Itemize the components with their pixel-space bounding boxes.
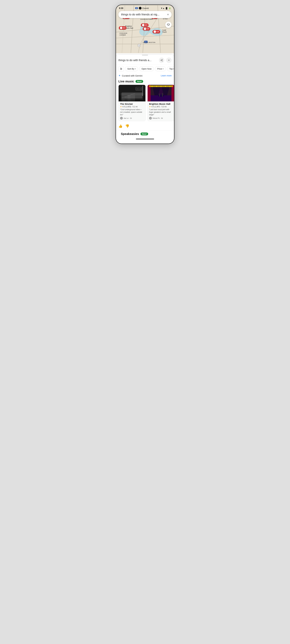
svg-line-16: [161, 60, 162, 60]
map-label-coolidge: COOLIDGECORNER: [119, 32, 127, 36]
svg-point-14: [162, 61, 163, 61]
brighton-illustration: [148, 85, 174, 102]
live-music-badge: New!: [135, 80, 143, 83]
nikola-avatar: N: [149, 117, 152, 120]
highway-badge: 93: [135, 7, 138, 9]
open-now-label: Open Now: [142, 68, 151, 70]
status-location: Everett: [142, 7, 149, 9]
brighton-image: [148, 85, 174, 102]
svg-point-37: [160, 86, 162, 87]
open-now-chip[interactable]: Open Now: [139, 66, 154, 71]
sinclair-rating-value: 4.5: [122, 106, 125, 108]
top-rated-label: Top rated: [169, 68, 174, 70]
sinclair-star: ★: [120, 106, 122, 108]
sliders-icon: [120, 68, 123, 70]
svg-text:SINCLAIR: SINCLAIR: [136, 88, 141, 90]
brighton-body: Brighton Music Hall ★ 4.5 (1,397) · 5.3 …: [148, 102, 174, 121]
svg-marker-11: [167, 24, 170, 25]
place-card-sinclair[interactable]: SINCLAIR The Sinclair ★ 4.5 (1,603) · 5.…: [118, 85, 146, 121]
food-pin-icon: 🍴: [142, 24, 144, 26]
share-button[interactable]: [159, 58, 164, 63]
map-search-close[interactable]: ×: [167, 13, 169, 16]
svg-point-13: [161, 60, 161, 60]
map-search-bar[interactable]: things to do with friends at nig... ×: [118, 11, 172, 18]
price-label: Price: [157, 68, 162, 70]
gemini-banner: ✦ Curated with Gemini Learn more: [116, 73, 174, 79]
svg-rect-23: [119, 85, 145, 102]
sort-by-chip[interactable]: Sort By ▾: [125, 66, 138, 71]
svg-point-38: [165, 86, 166, 87]
svg-point-21: [121, 69, 122, 69]
sinclair-image: SINCLAIR: [119, 85, 145, 102]
cell-icon: ▐▌: [165, 7, 168, 9]
brighton-star: ★: [149, 106, 151, 108]
map-label-southboston: SOUTH BOSTON: [143, 42, 155, 43]
pin-rating-bar2: 4.5: [147, 28, 149, 30]
sheet-title: things to do with friends a...: [118, 59, 159, 62]
svg-point-39: [169, 86, 171, 87]
brighton-reviewer: Nikola Pit · 3d: [153, 117, 163, 119]
svg-line-15: [161, 60, 162, 61]
sinclair-name: The Sinclair: [120, 103, 144, 105]
svg-rect-45: [159, 94, 160, 96]
svg-line-29: [122, 93, 135, 98]
speakeasies-header: Speakeasies New!: [118, 132, 172, 137]
sheet-header: things to do with friends a... ×: [116, 56, 174, 64]
filter-sliders-button[interactable]: [118, 66, 124, 72]
map-pin-food-1[interactable]: 🍴 4.5: [141, 24, 148, 27]
status-icons: ▼▲ ▐▌ 🔋: [161, 7, 171, 9]
filter-bar: Sort By ▾ Open Now Price ▾ Top rated: [116, 64, 174, 73]
learn-more-link[interactable]: Learn more: [161, 74, 172, 77]
status-time: 9:30: [119, 7, 123, 9]
layers-button[interactable]: [165, 22, 172, 28]
svg-point-22: [121, 69, 121, 70]
live-music-title: Live music: [118, 80, 134, 83]
svg-point-44: [158, 94, 164, 97]
close-sheet-button[interactable]: ×: [166, 58, 172, 63]
brighton-user: N Nikola Pit · 3d: [149, 117, 173, 120]
thumbs-down-button[interactable]: 👎: [125, 124, 129, 128]
layers-icon: [167, 23, 170, 26]
sheet-handle[interactable]: [142, 55, 148, 56]
bottom-sheet: things to do with friends a... ×: [116, 55, 174, 144]
sinclair-reviewer: Jae Le · 2d: [124, 117, 132, 119]
map-pin-music-2[interactable]: ♪ 4.5: [119, 26, 126, 30]
svg-rect-48: [171, 85, 174, 102]
svg-rect-46: [162, 93, 163, 96]
thumbs-up-button[interactable]: 👍: [118, 124, 123, 128]
live-music-section-header: Live music New!: [116, 79, 174, 85]
sinclair-quote: "Cool underground vibes—not crowded, spa…: [120, 108, 144, 116]
feedback-row: 👍 👎: [116, 123, 174, 130]
map-area[interactable]: 93 9 Somerville CHARLESTOWN EAST BOST Br…: [116, 5, 174, 53]
phone-frame: 9:30 93 Everett ▼▲ ▐▌ 🔋: [116, 4, 174, 144]
svg-rect-32: [142, 86, 143, 96]
price-chip[interactable]: Price ▾: [155, 66, 166, 71]
pin-rating-food: 4.5: [145, 24, 147, 26]
map-label-lead: LeadPavili: [162, 29, 167, 33]
gemini-left: ✦ Curated with Gemini: [118, 74, 142, 77]
svg-point-20: [121, 68, 121, 68]
place-card-brighton[interactable]: Brighton Music Hall ★ 4.5 (1,397) · 5.3 …: [147, 85, 174, 121]
map-pin-music-3[interactable]: ♪ 4.5: [153, 30, 160, 33]
svg-point-35: [151, 86, 153, 87]
brighton-rating-value: 4.5: [151, 106, 154, 108]
sort-by-label: Sort By: [127, 68, 134, 70]
sheet-header-icons: ×: [159, 58, 172, 63]
price-arrow: ▾: [163, 68, 164, 70]
sinclair-rating: ★ 4.5 (1,603) · 5.1 mi: [120, 106, 144, 108]
music-pin-icon-3: ♪: [154, 30, 156, 33]
map-pin-bar-2[interactable]: 🍸 4.5: [143, 27, 150, 30]
battery-icon: 🔋: [169, 7, 171, 9]
camera-dot: [139, 7, 142, 10]
sinclair-user: J Jae Le · 2d: [120, 117, 144, 120]
svg-rect-28: [131, 94, 135, 101]
jae-avatar: J: [120, 117, 123, 120]
sinclair-body: The Sinclair ★ 4.5 (1,603) · 5.1 mi "Coo…: [119, 102, 145, 121]
svg-rect-47: [148, 85, 151, 102]
top-rated-chip[interactable]: Top rated: [167, 66, 174, 71]
home-indicator[interactable]: [136, 139, 154, 139]
map-label-brighton: BrightonMusic Hall: [125, 25, 133, 29]
gemini-text: Curated with Gemini: [122, 74, 142, 77]
place-cards-row[interactable]: SINCLAIR The Sinclair ★ 4.5 (1,603) · 5.…: [116, 85, 174, 123]
bar-pin-icon-2: 🍸: [144, 28, 146, 30]
